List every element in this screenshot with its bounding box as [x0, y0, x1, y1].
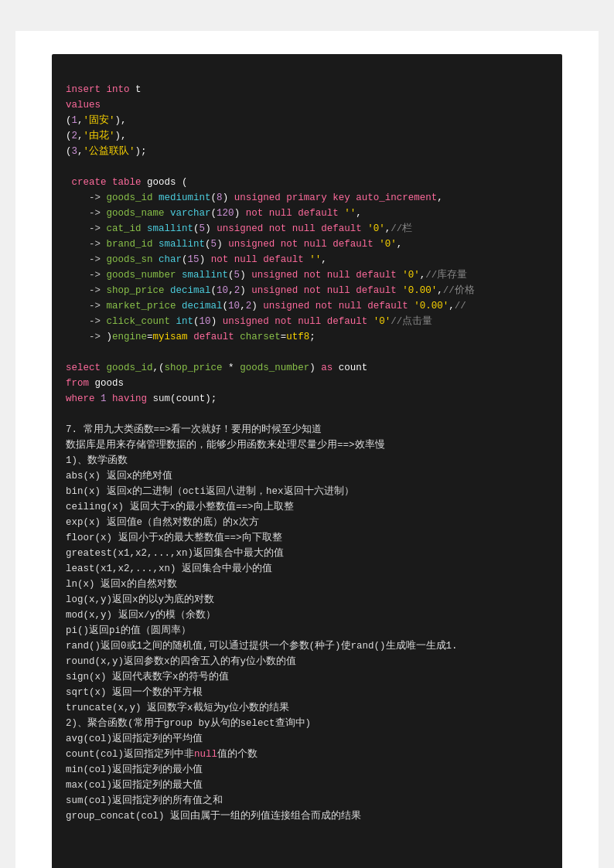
code-editor: insert into t values (1,'固安'), (2,'由花'),… — [52, 54, 562, 868]
page: insert into t values (1,'固安'), (2,'由花'),… — [15, 31, 599, 868]
